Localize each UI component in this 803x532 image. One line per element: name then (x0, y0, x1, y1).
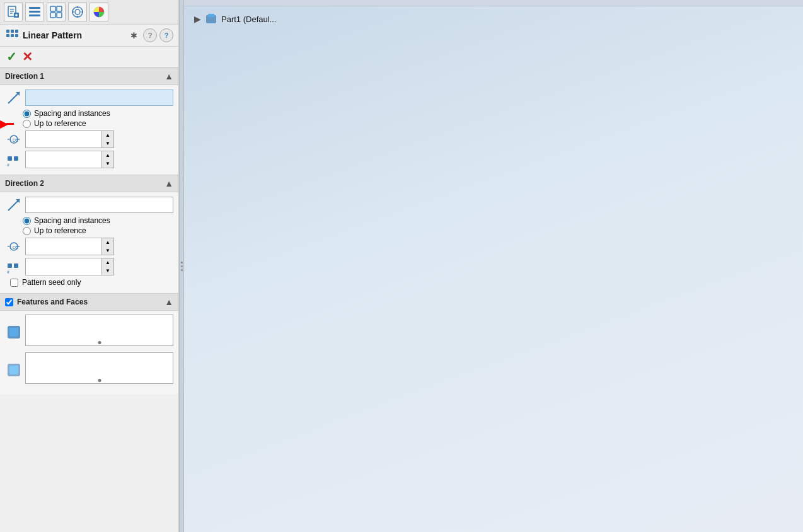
direction1-collapse-btn[interactable]: ▲ (165, 71, 173, 81)
features-faces-body (0, 311, 178, 394)
features-faces-title: Features and Faces (17, 298, 88, 306)
direction1-radio-group: Spacing and instances ▶ Up to reference (23, 109, 173, 128)
features-faces-collapse-btn[interactable]: ▲ (165, 297, 173, 307)
direction1-title: Direction 1 (5, 72, 44, 81)
direction1-instances-up-btn[interactable]: ▲ (102, 151, 113, 159)
direction2-instances-down-btn[interactable]: ▼ (102, 267, 113, 275)
direction2-collapse-btn[interactable]: ▲ (165, 178, 173, 188)
direction1-instances-spinner-btns: ▲ ▼ (101, 151, 113, 168)
direction1-instances-down-btn[interactable]: ▼ (102, 159, 113, 168)
direction1-arrow-icon (6, 90, 22, 106)
features-faces-section-header[interactable]: Features and Faces ▲ (0, 293, 178, 311)
pin-button[interactable]: ✱ (127, 28, 141, 42)
features-box2-wrap (25, 352, 173, 384)
pattern-seed-row[interactable]: Pattern seed only (10, 278, 173, 287)
help2-button[interactable]: ? (159, 28, 173, 42)
direction2-spacing-radio[interactable] (23, 217, 31, 225)
rebuild-button[interactable] (47, 3, 66, 21)
direction1-spacing-radio[interactable] (23, 110, 31, 118)
direction2-section-header[interactable]: Direction 2 ▲ (0, 175, 178, 192)
svg-rect-10 (50, 6, 55, 11)
direction2-input[interactable] (25, 197, 173, 213)
svg-rect-25 (11, 34, 14, 37)
direction2-title: Direction 2 (5, 179, 44, 188)
direction1-input[interactable] (25, 90, 173, 106)
features-faces-label: Features and Faces (5, 298, 88, 306)
svg-rect-50 (208, 14, 214, 17)
tree-icon (28, 5, 42, 19)
direction1-spacing-down-btn[interactable]: ▼ (102, 139, 113, 147)
direction2-spacing-label: Spacing and instances (34, 216, 110, 225)
confirm-button[interactable]: ✓ (6, 49, 17, 64)
features-dot2 (98, 379, 101, 382)
direction2-instances-input-wrap: 1 ▲ ▼ (25, 258, 114, 275)
svg-rect-12 (50, 13, 55, 18)
svg-rect-46 (9, 328, 18, 337)
direction1-instances-input[interactable]: 2 (26, 151, 101, 168)
d1-instances-icon: # (6, 151, 22, 168)
pattern-seed-checkbox[interactable] (10, 279, 18, 287)
direction2-spacing-spinner-btns: ▲ ▼ (101, 238, 113, 255)
direction1-spacing-up-btn[interactable]: ▲ (102, 131, 113, 139)
direction1-up-to-ref-radio[interactable] (23, 120, 31, 128)
direction1-spacing-icon: D1 (5, 130, 23, 148)
features-box1-wrap (25, 315, 173, 346)
splitter[interactable] (179, 0, 184, 532)
direction2-spacing-icon: D2 (5, 238, 23, 255)
direction2-up-to-ref-radio[interactable] (23, 227, 31, 235)
pattern-seed-label: Pattern seed only (22, 278, 81, 287)
direction1-up-to-ref-label-text: Up to reference (34, 119, 86, 128)
panel-content: Direction 1 ▲ Spacing and instances (0, 67, 178, 532)
help-button[interactable]: ? (143, 28, 157, 42)
direction2-instances-up-btn[interactable]: ▲ (102, 258, 113, 267)
svg-rect-43 (14, 263, 18, 268)
direction1-spacing-input-wrap: 0.10in ▲ ▼ (25, 130, 114, 148)
svg-rect-26 (15, 34, 18, 37)
direction1-spacing-radio-label[interactable]: Spacing and instances (23, 109, 173, 118)
direction2-instances-input[interactable]: 1 (26, 258, 101, 275)
direction1-input-row (5, 89, 173, 107)
face-box-icon (6, 362, 22, 378)
cancel-button[interactable]: ✕ (22, 49, 33, 64)
direction2-up-to-ref-label[interactable]: Up to reference (23, 226, 173, 235)
tree-expand-arrow[interactable]: ▶ (194, 14, 201, 24)
svg-rect-13 (57, 13, 62, 18)
svg-rect-48 (9, 366, 18, 374)
direction2-spacing-up-btn[interactable]: ▲ (102, 238, 113, 246)
features-icon1 (5, 323, 23, 341)
main-top-bar (184, 0, 803, 6)
d2-spacing-icon: D2 (6, 238, 22, 255)
direction2-body: Spacing and instances Up to reference D2 (0, 192, 178, 293)
splitter-handle (181, 262, 183, 271)
svg-text:#: # (7, 270, 9, 274)
direction2-spacing-input[interactable]: 0.10in (26, 238, 101, 255)
direction1-instances-row: # 2 ▲ ▼ (5, 151, 173, 168)
direction2-spacing-radio-label[interactable]: Spacing and instances (23, 216, 173, 225)
direction1-section-header[interactable]: Direction 1 ▲ (0, 67, 178, 85)
action-bar: ✓ ✕ (0, 47, 178, 67)
rebuild-icon (49, 5, 63, 19)
svg-rect-33 (8, 156, 12, 161)
features-faces-checkbox[interactable] (5, 298, 13, 306)
red-arrow-indicator: ▶ (0, 118, 14, 130)
direction2-spacing-down-btn[interactable]: ▼ (102, 246, 113, 255)
part-icon (205, 13, 217, 25)
svg-rect-23 (15, 30, 18, 33)
direction1-label: Direction 1 (5, 72, 44, 81)
target-button[interactable] (68, 3, 87, 21)
d2-instances-icon: # (6, 258, 22, 275)
svg-rect-9 (29, 14, 40, 16)
direction1-up-to-ref-label[interactable]: Up to reference (23, 119, 86, 128)
svg-text:D1: D1 (13, 138, 18, 142)
svg-text:#: # (7, 163, 9, 167)
features-box2-row (5, 352, 173, 388)
new-button[interactable] (4, 3, 23, 21)
svg-rect-34 (14, 156, 18, 161)
color-button[interactable] (90, 3, 108, 21)
svg-rect-7 (29, 7, 40, 9)
svg-point-14 (72, 7, 83, 17)
tree-button[interactable] (25, 3, 44, 21)
direction1-spacing-input[interactable]: 0.10in (26, 131, 101, 147)
tree-item-label: Part1 (Defaul... (221, 14, 276, 24)
svg-point-15 (75, 9, 80, 14)
